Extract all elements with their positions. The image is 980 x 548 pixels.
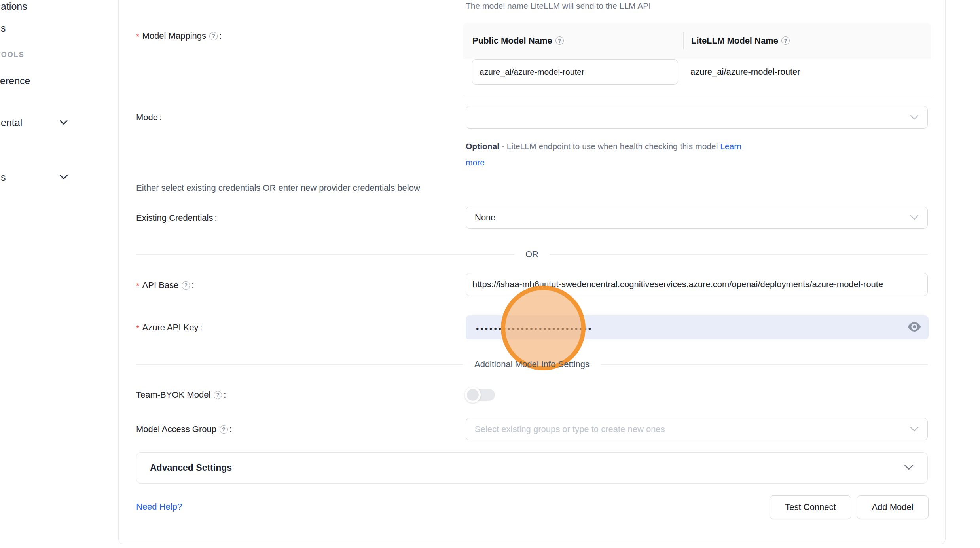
masked-password-value: •••••••••••••••••••••••••• <box>476 322 593 334</box>
help-circle-icon[interactable]: ? <box>781 36 790 45</box>
existing-credentials-label: Existing Credentials : <box>136 213 217 223</box>
chevron-down-icon[interactable] <box>59 174 68 182</box>
mode-select[interactable] <box>466 106 928 129</box>
advanced-settings-panel[interactable]: Advanced Settings <box>136 452 928 484</box>
advanced-settings-title: Advanced Settings <box>150 463 232 473</box>
help-circle-icon[interactable]: ? <box>555 36 564 45</box>
additional-settings-divider-text: Additional Model Info Settings <box>463 359 601 370</box>
sidebar-item-experimental[interactable]: ental <box>1 117 22 129</box>
chevron-down-icon <box>904 464 914 472</box>
model-access-group-select[interactable]: Select existing groups or type to create… <box>466 418 928 440</box>
required-asterisk: * <box>136 279 140 291</box>
api-base-label: * API Base ? : <box>136 279 194 291</box>
add-model-page: ations s TOOLS erence ental s The model … <box>0 0 980 548</box>
help-circle-icon[interactable]: ? <box>214 391 222 399</box>
add-model-button[interactable]: Add Model <box>857 495 929 519</box>
sidebar-item-organizations[interactable]: ations <box>1 1 27 12</box>
or-divider-text: OR <box>514 249 550 260</box>
or-divider: OR <box>136 249 928 260</box>
help-circle-icon[interactable]: ? <box>182 281 190 290</box>
help-circle-icon[interactable]: ? <box>209 32 218 40</box>
need-help-link[interactable]: Need Help? <box>136 502 182 512</box>
chevron-down-icon <box>910 212 919 223</box>
team-byok-label: Team-BYOK Model ? : <box>136 390 226 400</box>
azure-api-key-input[interactable]: •••••••••••••••••••••••••• <box>466 315 929 339</box>
column-header-public-model-name: Public Model Name ? <box>463 36 683 46</box>
sidebar-item-settings[interactable]: s <box>1 172 6 183</box>
sidebar-section-tools: TOOLS <box>0 51 25 59</box>
sidebar-item-inference[interactable]: erence <box>0 75 30 87</box>
model-access-group-label: Model Access Group ? : <box>136 424 232 434</box>
column-header-litellm-model-name: LiteLLM Model Name ? <box>683 36 790 46</box>
chevron-down-icon <box>910 424 919 434</box>
model-mappings-label: * Model Mappings ? : <box>136 30 222 42</box>
help-circle-icon[interactable]: ? <box>220 425 228 434</box>
existing-credentials-select[interactable]: None <box>466 207 928 229</box>
required-asterisk: * <box>136 322 140 334</box>
additional-settings-divider: Additional Model Info Settings <box>136 358 928 370</box>
eye-icon[interactable] <box>907 322 921 333</box>
column-divider <box>683 32 684 49</box>
required-asterisk: * <box>136 30 140 42</box>
api-base-input[interactable]: https://ishaa-mh6uutut-swedencentral.cog… <box>466 273 928 296</box>
chevron-down-icon <box>910 112 919 123</box>
table-bottom-border <box>463 95 931 96</box>
sidebar-item[interactable]: s <box>1 23 6 34</box>
model-name-hint: The model name LiteLLM will send to the … <box>466 1 651 11</box>
mode-label: Mode : <box>136 112 162 123</box>
model-mappings-table: Public Model Name ? LiteLLM Model Name ?… <box>463 23 931 95</box>
litellm-model-name-value: azure_ai/azure-model-router <box>690 59 800 85</box>
toggle-handle <box>465 387 481 403</box>
chevron-down-icon[interactable] <box>59 120 68 127</box>
table-header-row: Public Model Name ? LiteLLM Model Name ? <box>463 23 931 59</box>
test-connect-button[interactable]: Test Connect <box>770 495 851 519</box>
public-model-name-input[interactable]: azure_ai/azure-model-router <box>472 59 678 85</box>
select-placeholder: Select existing groups or type to create… <box>475 424 665 434</box>
mode-help-text: Optional - LiteLLM endpoint to use when … <box>466 138 790 171</box>
credentials-note: Either select existing credentials OR en… <box>136 183 420 193</box>
azure-api-key-label: * Azure API Key : <box>136 322 203 334</box>
